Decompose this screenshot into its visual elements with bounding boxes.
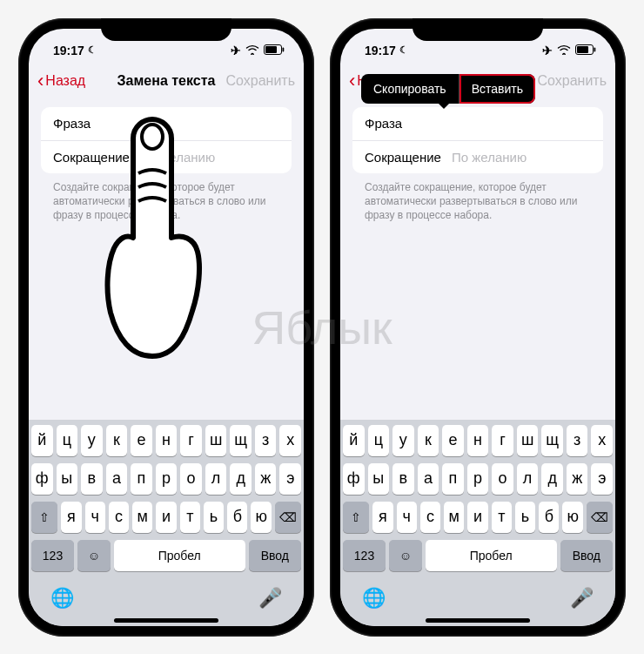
key[interactable]: з — [567, 425, 588, 456]
phrase-input[interactable] — [149, 116, 304, 131]
key[interactable]: н — [156, 425, 178, 456]
key[interactable]: й — [31, 425, 53, 456]
key[interactable]: т — [180, 502, 200, 533]
shortcut-row[interactable]: Сокращение — [352, 140, 603, 173]
key[interactable]: з — [255, 425, 277, 456]
shift-key[interactable]: ⇧ — [31, 502, 57, 533]
key[interactable]: и — [156, 502, 176, 533]
key[interactable]: ш — [517, 425, 539, 456]
key[interactable]: н — [467, 425, 489, 456]
numbers-key[interactable]: 123 — [31, 540, 74, 571]
key[interactable]: ч — [85, 502, 105, 533]
key[interactable]: ф — [343, 463, 365, 495]
key[interactable]: ы — [368, 463, 390, 495]
key[interactable]: ы — [57, 463, 78, 495]
key[interactable]: в — [81, 463, 103, 495]
phrase-row[interactable]: Фраза — [352, 107, 603, 140]
key[interactable]: р — [467, 463, 489, 495]
phrase-row[interactable]: Фраза — [41, 107, 292, 140]
key[interactable]: й — [343, 425, 365, 456]
back-button[interactable]: ‹ Назад — [37, 71, 85, 91]
key[interactable]: к — [418, 425, 439, 456]
shortcut-row[interactable]: Сокращение — [41, 140, 292, 173]
battery-icon — [575, 44, 596, 57]
key[interactable]: п — [442, 463, 464, 495]
shortcut-input[interactable] — [452, 150, 615, 165]
key[interactable]: о — [492, 463, 513, 495]
phrase-input[interactable] — [460, 116, 615, 131]
key[interactable]: э — [591, 463, 613, 495]
key[interactable]: л — [205, 463, 227, 495]
key[interactable]: с — [109, 502, 129, 533]
space-key[interactable]: Пробел — [114, 540, 245, 571]
key[interactable]: у — [81, 425, 103, 456]
emoji-key[interactable]: ☺ — [77, 540, 111, 571]
key[interactable]: р — [156, 463, 178, 495]
key[interactable]: ц — [368, 425, 390, 456]
key[interactable]: щ — [541, 425, 563, 456]
key[interactable]: г — [180, 425, 202, 456]
mic-icon[interactable]: 🎤 — [258, 587, 282, 610]
key[interactable]: в — [392, 463, 414, 495]
home-indicator[interactable] — [426, 618, 530, 623]
key[interactable]: т — [492, 502, 512, 533]
key[interactable]: ь — [515, 502, 535, 533]
home-indicator[interactable] — [114, 618, 218, 623]
status-time: 19:17 — [53, 44, 84, 57]
key[interactable]: п — [131, 463, 152, 495]
key[interactable]: б — [227, 502, 247, 533]
shortcut-label: Сокращение — [53, 150, 131, 165]
context-copy[interactable]: Скопировать — [361, 74, 459, 104]
key[interactable]: м — [444, 502, 464, 533]
screen-right: 19:17 ☾ ✈ ‹ Назад Замена текста Сохранит… — [340, 29, 615, 626]
globe-icon[interactable]: 🌐 — [362, 587, 386, 610]
save-button[interactable]: Сохранить — [537, 73, 607, 89]
key[interactable]: и — [467, 502, 487, 533]
key[interactable]: ф — [31, 463, 53, 495]
key[interactable]: ч — [397, 502, 417, 533]
key[interactable]: о — [180, 463, 202, 495]
key[interactable]: щ — [230, 425, 252, 456]
globe-icon[interactable]: 🌐 — [50, 587, 74, 610]
mic-icon[interactable]: 🎤 — [570, 587, 594, 610]
key[interactable]: ц — [57, 425, 78, 456]
key[interactable]: д — [230, 463, 252, 495]
key[interactable]: ь — [204, 502, 224, 533]
key[interactable]: ж — [567, 463, 588, 495]
enter-key[interactable]: Ввод — [560, 540, 613, 571]
key[interactable]: г — [492, 425, 513, 456]
key[interactable]: л — [517, 463, 539, 495]
content-area: Скопировать Вставить Фраза Сокращение Со… — [340, 98, 615, 420]
key[interactable]: э — [279, 463, 301, 495]
context-paste[interactable]: Вставить — [459, 74, 535, 104]
key[interactable]: к — [106, 425, 128, 456]
backspace-key[interactable]: ⌫ — [587, 502, 613, 533]
enter-key[interactable]: Ввод — [249, 540, 301, 571]
key[interactable]: ю — [562, 502, 582, 533]
key[interactable]: ж — [255, 463, 277, 495]
key[interactable]: д — [541, 463, 563, 495]
save-button[interactable]: Сохранить — [225, 73, 295, 89]
backspace-key[interactable]: ⌫ — [275, 502, 301, 533]
key[interactable]: х — [279, 425, 301, 456]
phone-frame-right: 19:17 ☾ ✈ ‹ Назад Замена текста Сохранит… — [330, 18, 626, 637]
key[interactable]: я — [372, 502, 392, 533]
numbers-key[interactable]: 123 — [343, 540, 386, 571]
key[interactable]: м — [132, 502, 152, 533]
key[interactable]: а — [106, 463, 128, 495]
key[interactable]: б — [539, 502, 559, 533]
key[interactable]: у — [392, 425, 414, 456]
key[interactable]: ш — [205, 425, 227, 456]
key[interactable]: е — [131, 425, 152, 456]
shift-key[interactable]: ⇧ — [343, 502, 369, 533]
space-key[interactable]: Пробел — [426, 540, 557, 571]
kb-row-2: ф ы в а п р о л д ж э — [343, 463, 613, 495]
key[interactable]: с — [420, 502, 440, 533]
key[interactable]: ю — [251, 502, 271, 533]
key[interactable]: х — [591, 425, 613, 456]
emoji-key[interactable]: ☺ — [389, 540, 422, 571]
shortcut-input[interactable] — [140, 150, 304, 165]
key[interactable]: а — [418, 463, 439, 495]
key[interactable]: я — [61, 502, 81, 533]
key[interactable]: е — [442, 425, 464, 456]
